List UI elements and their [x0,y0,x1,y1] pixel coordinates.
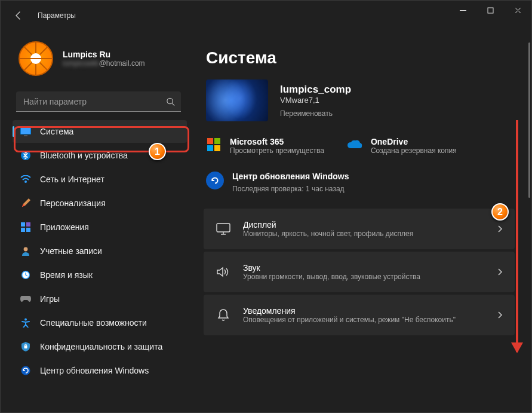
gamepad-icon [20,293,32,305]
shield-icon [20,341,32,353]
apps-icon [20,221,32,233]
bluetooth-icon [20,149,32,161]
nav-item-network[interactable]: Сеть и Интернет [13,168,187,191]
svg-rect-24 [217,224,230,232]
nav-item-gaming[interactable]: Игры [13,287,187,310]
nav-item-bluetooth[interactable]: Bluetooth и устройства [13,144,187,167]
nav-item-system[interactable]: Система [13,120,187,143]
nav: Система Bluetooth и устройства Сеть и Ин… [13,120,187,382]
svg-rect-21 [214,138,220,144]
card-sub: Уровни громкости, вывод, ввод, звуковые … [243,273,485,281]
windows-update-block[interactable]: Центр обновления Windows Последняя прове… [206,172,373,193]
bell-icon [216,307,231,323]
svg-rect-22 [207,145,213,151]
avatar [19,41,53,76]
svg-rect-9 [21,222,25,227]
nav-item-accounts[interactable]: Учетные записи [13,240,187,262]
wu-title: Центр обновления Windows [232,172,349,182]
nav-label: Bluetooth и устройства [40,151,128,160]
card-title: Уведомления [243,306,485,316]
update-icon [206,172,224,189]
promo-row: Microsoft 365 Просмотреть преимущества O… [206,137,515,155]
nav-label: Специальные возможности [40,318,147,328]
nav-item-personalization[interactable]: Персонализация [13,192,187,215]
card-sound[interactable]: Звук Уровни громкости, вывод, ввод, звук… [204,252,515,292]
svg-rect-20 [207,138,213,144]
back-button[interactable] [10,7,27,24]
svg-point-8 [24,181,27,183]
chevron-right-icon [497,311,503,319]
sound-icon [216,264,231,280]
main-panel: Система lumpics_comp VMware7,1 Переимено… [192,30,531,412]
onedrive-icon [347,137,362,152]
nav-label: Приложения [40,222,89,232]
nav-label: Конфиденциальность и защита [40,342,162,351]
card-sub: Мониторы, яркость, ночной свет, профиль … [243,230,485,238]
nav-label: Игры [40,294,60,304]
promo-ms365[interactable]: Microsoft 365 Просмотреть преимущества [206,137,324,155]
svg-point-19 [21,366,30,375]
display-icon [216,221,231,237]
close-button[interactable] [504,1,531,20]
chevron-right-icon [497,225,503,233]
titlebar: Параметры [1,1,531,30]
promo-title: Microsoft 365 [230,137,324,146]
page-heading: Система [206,48,515,68]
nav-item-privacy[interactable]: Конфиденциальность и защита [13,335,187,358]
svg-rect-23 [214,145,220,151]
nav-item-accessibility[interactable]: Специальные возможности [13,311,187,334]
card-title: Звук [243,263,485,273]
pc-model: VMware7,1 [280,96,351,105]
svg-rect-11 [21,228,25,232]
card-notifications[interactable]: Уведомления Оповещения от приложений и с… [204,295,515,335]
search-row [16,91,181,112]
svg-point-2 [167,98,173,103]
svg-line-3 [172,103,174,106]
desktop-thumbnail [206,79,268,121]
svg-point-13 [24,247,28,252]
sidebar: Lumpics Ru lumpicswiki@hotmail.com Систе… [1,30,192,412]
minimize-button[interactable] [449,1,476,20]
nav-item-apps[interactable]: Приложения [13,216,187,238]
card-display[interactable]: Дисплей Мониторы, яркость, ночной свет, … [204,209,515,249]
svg-rect-6 [24,135,27,136]
nav-label: Персонализация [40,198,106,208]
user-name: Lumpics Ru [63,50,145,59]
accessibility-icon [20,317,32,329]
chevron-right-icon [497,268,503,276]
nav-label: Учетные записи [40,246,102,256]
promo-onedrive[interactable]: OneDrive Создана резервная копия [347,137,457,155]
nav-label: Время и язык [40,270,93,280]
nav-item-time[interactable]: Время и язык [13,264,187,286]
svg-rect-12 [26,228,30,232]
window-title: Параметры [38,11,76,20]
svg-rect-5 [21,128,30,134]
nav-label: Система [40,127,73,136]
card-title: Дисплей [243,220,485,230]
search-input[interactable] [16,91,181,112]
rename-link[interactable]: Переименовать [280,109,351,118]
brush-icon [20,197,32,209]
scrollbar[interactable] [528,42,530,198]
clock-icon [20,269,32,281]
maximize-button[interactable] [476,1,504,20]
user-icon [20,245,32,257]
promo-sub: Просмотреть преимущества [230,146,324,155]
nav-item-update[interactable]: Центр обновления Windows [13,359,187,382]
nav-label: Сеть и Интернет [40,175,104,184]
wifi-icon [20,173,32,185]
pc-block: lumpics_comp VMware7,1 Переименовать [206,79,515,121]
pc-name: lumpics_comp [280,84,351,96]
user-block[interactable]: Lumpics Ru lumpicswiki@hotmail.com [10,30,187,82]
user-email: lumpicswiki@hotmail.com [63,59,145,68]
svg-rect-10 [26,222,30,227]
card-sub: Оповещения от приложений и системы, режи… [243,316,485,324]
display-icon [20,126,32,137]
settings-cards: Дисплей Мониторы, яркость, ночной свет, … [204,209,515,335]
promo-sub: Создана резервная копия [371,146,457,155]
search-icon [166,97,175,106]
svg-rect-1 [488,8,493,13]
wu-sub: Последняя проверка: 1 час назад [232,185,349,193]
svg-point-16 [24,319,27,321]
nav-label: Центр обновления Windows [40,366,149,375]
